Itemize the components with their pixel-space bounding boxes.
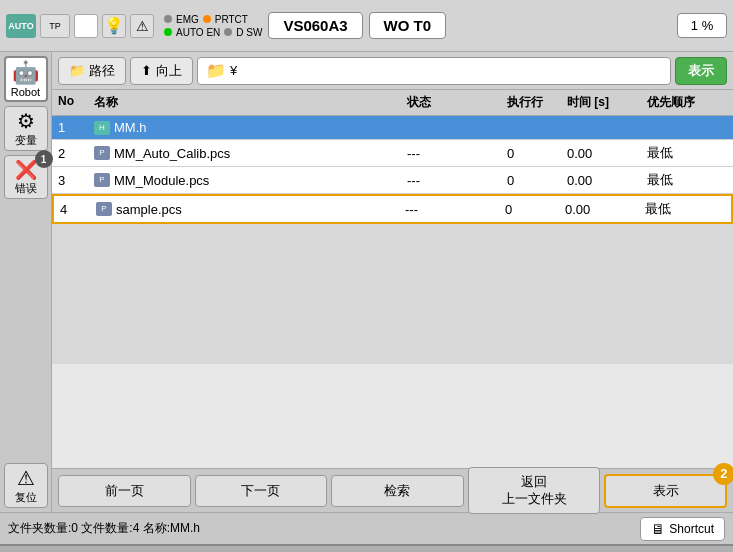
row2-name: MM_Auto_Calib.pcs [114,146,230,161]
row2-priority: 最低 [647,144,727,162]
row1-file-icon: H [94,121,110,135]
emg-label: EMG [176,14,199,25]
error-icon: ❌ [15,159,37,181]
emg-dot [164,15,172,23]
bulb-icon[interactable]: 💡 [102,14,126,38]
percent-display: 1 % [677,13,727,38]
row3-priority: 最低 [647,171,727,189]
row4-time: 0.00 [565,202,645,217]
autoen-label: AUTO EN [176,27,220,38]
row1-no: 1 [58,120,94,135]
search-button[interactable]: 检索 [331,475,464,507]
autoen-dot [164,28,172,36]
show-action-wrapper: 表示 2 [604,474,727,508]
white-square-icon[interactable] [74,14,98,38]
sidebar-item-variable[interactable]: ⚙ 变量 [4,106,48,151]
row2-no: 2 [58,146,94,161]
row4-name-cell: P sample.pcs [96,202,405,217]
next-page-button[interactable]: 下一页 [195,475,328,507]
main-layout: 🤖 Robot ⚙ 变量 ❌ 错误 1 ⚠ 复位 📁 路径 ⬆ 向上 [0,52,733,512]
sidebar-item-error[interactable]: ❌ 错误 1 [4,155,48,199]
warning-icon[interactable]: ⚠ [130,14,154,38]
row1-name: MM.h [114,120,147,135]
mode1-button[interactable]: VS060A3 [268,12,362,39]
row1-name-cell: H MM.h [94,120,407,135]
row2-exec: 0 [507,146,567,161]
path-btn1-label: 路径 [89,62,115,80]
show-button[interactable]: 表示 [675,57,727,85]
variable-label: 变量 [15,133,37,148]
up-icon: ⬆ [141,63,152,78]
top-icons: AUTO TP 💡 ⚠ [6,14,154,38]
prtct-dot [203,15,211,23]
table-row[interactable]: 3 P MM_Module.pcs --- 0 0.00 最低 [52,167,733,194]
row3-exec: 0 [507,173,567,188]
row3-name: MM_Module.pcs [114,173,209,188]
reset-label: 复位 [15,490,37,505]
prtct-label: PRTCT [215,14,248,25]
shortcut-icon: 🖥 [651,521,665,537]
auto-icon[interactable]: AUTO [6,14,36,38]
row3-status: --- [407,173,507,188]
row3-time: 0.00 [567,173,647,188]
tp-icon[interactable]: TP [40,14,70,38]
show-badge: 2 [713,463,733,485]
up-button[interactable]: ⬆ 向上 [130,57,193,85]
table-row[interactable]: 1 H MM.h [52,116,733,140]
status-block: EMG PRTCT AUTO EN D SW [164,14,262,38]
col-no: No [58,94,94,111]
path-folder-icon: 📁 [206,61,226,80]
col-priority: 优先顺序 [647,94,727,111]
path-input: 📁 ¥ [197,57,671,85]
variable-icon: ⚙ [17,109,35,133]
sidebar-item-robot[interactable]: 🤖 Robot [4,56,48,102]
row2-file-icon: P [94,146,110,160]
mode2-button[interactable]: WO T0 [369,12,447,39]
col-status: 状态 [407,94,507,111]
path-button[interactable]: 📁 路径 [58,57,126,85]
file-table: No 名称 状态 执行行 时间 [s] 优先顺序 1 H MM.h [52,90,733,468]
path-btn2-label: 向上 [156,62,182,80]
dsw-label: D SW [236,27,262,38]
status-bar: 文件夹数量:0 文件数量:4 名称:MM.h 🖥 Shortcut [0,512,733,544]
prev-page-button[interactable]: 前一页 [58,475,191,507]
path-value: ¥ [230,63,237,78]
row3-no: 3 [58,173,94,188]
folder-icon: 📁 [69,63,85,78]
sidebar: 🤖 Robot ⚙ 变量 ❌ 错误 1 ⚠ 复位 [0,52,52,512]
row4-exec: 0 [505,202,565,217]
row3-file-icon: P [94,173,110,187]
content-area: 📁 路径 ⬆ 向上 📁 ¥ 表示 No 名称 状态 执行行 时间 [s] 优先顺… [52,52,733,512]
row4-file-icon: P [96,202,112,216]
row2-name-cell: P MM_Auto_Calib.pcs [94,146,407,161]
col-time: 时间 [s] [567,94,647,111]
robot-label: Robot [11,86,40,98]
sidebar-item-reset[interactable]: ⚠ 复位 [4,463,48,508]
shortcut-label: Shortcut [669,522,714,536]
shortcut-button[interactable]: 🖥 Shortcut [640,517,725,541]
table-row[interactable]: 2 P MM_Auto_Calib.pcs --- 0 0.00 最低 [52,140,733,167]
action-bar: 前一页 下一页 检索 返回上一文件夹 表示 2 [52,468,733,512]
row4-name: sample.pcs [116,202,182,217]
return-button[interactable]: 返回上一文件夹 [468,467,601,515]
col-name: 名称 [94,94,407,111]
bottom-toolbar: SHIFT 瞬时停止 步骤停止 循环停止 启动 单步运行 [0,544,733,552]
dsw-dot [224,28,232,36]
top-bar: AUTO TP 💡 ⚠ EMG PRTCT AUTO EN D SW VS060… [0,0,733,52]
show-action-button[interactable]: 表示 [604,474,727,508]
table-empty-area [52,224,733,364]
path-bar: 📁 路径 ⬆ 向上 📁 ¥ 表示 [52,52,733,90]
row2-time: 0.00 [567,146,647,161]
row4-priority: 最低 [645,200,725,218]
table-row[interactable]: 4 P sample.pcs --- 0 0.00 最低 [52,194,733,224]
status-text: 文件夹数量:0 文件数量:4 名称:MM.h [8,520,640,537]
row3-name-cell: P MM_Module.pcs [94,173,407,188]
error-badge: 1 [35,150,53,168]
auto-icon-group: AUTO [6,14,36,38]
row4-status: --- [405,202,505,217]
reset-icon: ⚠ [17,466,35,490]
row4-no: 4 [60,202,96,217]
table-header: No 名称 状态 执行行 时间 [s] 优先顺序 [52,90,733,116]
col-exec: 执行行 [507,94,567,111]
error-label: 错误 [15,181,37,196]
